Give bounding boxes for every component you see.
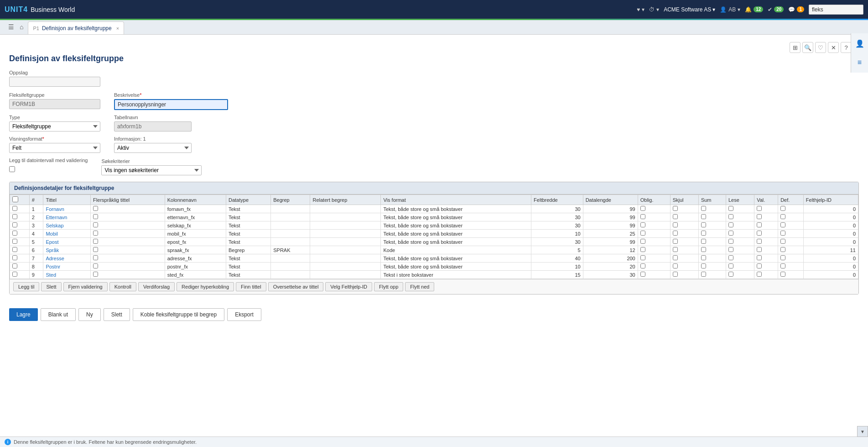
row-oblig-cb[interactable] [640,255,645,260]
row-lese-cb[interactable] [728,263,733,268]
layout-icon-button[interactable]: ⊞ [790,42,800,53]
row-tittel[interactable]: Språk [43,246,91,254]
row-oblig-cb[interactable] [640,247,645,252]
history-icon-group[interactable]: ⏱ ▾ [649,6,659,13]
row-tittel[interactable]: Postnr [43,263,91,271]
row-checkbox[interactable] [12,272,17,277]
row-def-cb[interactable] [780,272,785,277]
search-icon-button[interactable]: 🔍 [802,42,813,53]
row-oblig-cb[interactable] [640,222,645,227]
row-flerspraaklig-cb[interactable] [93,239,98,244]
koble-fleksifeltgruppe-til-begrep-button[interactable]: Koble fleksifeltgruppe til begrep [133,308,224,321]
row-lese-cb[interactable] [728,247,733,252]
row-checkbox[interactable] [12,231,17,236]
row-tittel[interactable]: Etternavn [43,213,91,221]
row-sum-cb[interactable] [701,214,706,219]
row-sum-cb[interactable] [701,231,706,236]
row-val-cb[interactable] [757,214,762,219]
row-def-cb[interactable] [780,231,785,236]
row-tittel[interactable]: Mobil [43,230,91,238]
home-icon[interactable]: ⌂ [18,21,25,32]
row-oblig-cb[interactable] [640,206,645,211]
table-action-button[interactable]: Kontroll [109,282,136,291]
row-checkbox[interactable] [12,206,17,211]
row-checkbox[interactable] [12,222,17,227]
row-val-cb[interactable] [757,231,762,236]
row-skjul-cb[interactable] [673,214,678,219]
eksport-button[interactable]: Eksport [227,308,261,321]
row-sum-cb[interactable] [701,272,706,277]
row-val-cb[interactable] [757,247,762,252]
settings-icon-button[interactable]: ✕ [828,42,839,53]
table-action-button[interactable]: Flytt ned [405,282,434,291]
type-select[interactable]: Fleksifeltgruppe [9,121,100,131]
nav-search[interactable] [809,5,863,15]
row-lese-cb[interactable] [728,255,733,260]
row-skjul-cb[interactable] [673,206,678,211]
company-selector[interactable]: ACME Software AS ▾ [664,6,715,13]
row-def-cb[interactable] [780,206,785,211]
row-val-cb[interactable] [757,222,762,227]
row-tittel[interactable]: Sted [43,271,91,279]
ny-button[interactable]: Ny [78,308,101,321]
table-action-button[interactable]: Velg Felthjelp-ID [325,282,372,291]
main-tab[interactable]: P1 Definisjon av fleksifeltgruppe × [28,21,124,34]
favorites-icon-group[interactable]: ♥ ▾ [637,6,645,13]
oppslag-input[interactable] [9,77,100,87]
row-lese-cb[interactable] [728,222,733,227]
row-flerspraaklig-cb[interactable] [93,222,98,227]
row-def-cb[interactable] [780,239,785,244]
row-oblig-cb[interactable] [640,214,645,219]
table-action-button[interactable]: Rediger hyperkobling [177,282,234,291]
row-skjul-cb[interactable] [673,222,678,227]
row-flerspraaklig-cb[interactable] [93,272,98,277]
visningsformat-select[interactable]: Felt [9,143,100,153]
row-checkbox[interactable] [12,255,17,260]
sidebar-person-icon[interactable]: 👤 [853,37,866,50]
datointerval-checkbox[interactable] [9,166,15,172]
row-lese-cb[interactable] [728,239,733,244]
row-flerspraaklig-cb[interactable] [93,206,98,211]
row-def-cb[interactable] [780,214,785,219]
row-sum-cb[interactable] [701,255,706,260]
row-val-cb[interactable] [757,255,762,260]
row-checkbox[interactable] [12,214,17,219]
chat-icon-group[interactable]: 💬 1 [788,6,804,13]
table-action-button[interactable]: Oversettelse av tittel [268,282,324,291]
row-sum-cb[interactable] [701,206,706,211]
table-action-button[interactable]: Legg til [13,282,39,291]
row-sum-cb[interactable] [701,247,706,252]
row-def-cb[interactable] [780,263,785,268]
row-def-cb[interactable] [780,247,785,252]
row-tittel[interactable]: Adresse [43,254,91,263]
row-val-cb[interactable] [757,206,762,211]
beskrivelse-input[interactable] [114,99,228,110]
row-skjul-cb[interactable] [673,263,678,268]
table-action-button[interactable]: Flytt opp [374,282,403,291]
bell-icon-group[interactable]: 🔔 12 [745,6,763,13]
row-val-cb[interactable] [757,272,762,277]
row-val-cb[interactable] [757,263,762,268]
row-oblig-cb[interactable] [640,272,645,277]
row-oblig-cb[interactable] [640,263,645,268]
select-all-checkbox[interactable] [12,196,18,202]
row-val-cb[interactable] [757,239,762,244]
row-oblig-cb[interactable] [640,239,645,244]
table-action-button[interactable]: Fjern validering [63,282,108,291]
row-skjul-cb[interactable] [673,231,678,236]
row-def-cb[interactable] [780,222,785,227]
row-lese-cb[interactable] [728,206,733,211]
row-flerspraaklig-cb[interactable] [93,247,98,252]
table-action-button[interactable]: Slett [41,282,61,291]
search-input[interactable] [809,5,863,15]
favorite-icon-button[interactable]: ♡ [815,42,826,53]
row-flerspraaklig-cb[interactable] [93,214,98,219]
lagre-button[interactable]: Lagre [9,308,38,321]
row-def-cb[interactable] [780,255,785,260]
slett-button[interactable]: Slett [104,308,130,321]
status-select[interactable]: Aktiv [114,143,192,153]
table-action-button[interactable]: Finn tittel [236,282,266,291]
row-skjul-cb[interactable] [673,255,678,260]
menu-icon[interactable]: ☰ [6,21,16,32]
row-tittel[interactable]: Selskap [43,221,91,230]
